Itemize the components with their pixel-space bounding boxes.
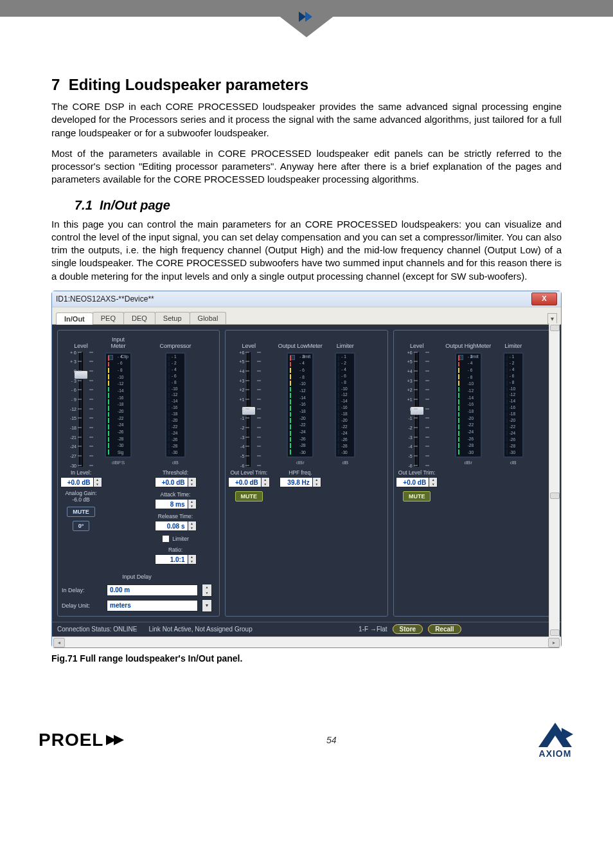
tab-peq[interactable]: PEQ	[93, 312, 124, 324]
output-low-meter: limit - 2- 4- 6- 8-10-12-14-16-18-20-22-…	[286, 352, 314, 466]
threshold-label: Threshold:	[163, 469, 188, 476]
tab-global[interactable]: Global	[190, 312, 227, 324]
column-label: Output LowMeter	[278, 334, 323, 350]
column-label: Level	[410, 334, 424, 350]
hpf-spinner[interactable]: 39.8 Hz▲▼	[280, 477, 321, 487]
delay-unit-select[interactable]: meters	[107, 600, 198, 611]
store-button[interactable]: Store	[393, 624, 423, 634]
tab-deq[interactable]: DEQ	[123, 312, 155, 324]
attack-label: Attack Time:	[161, 491, 191, 498]
connection-status: Connection Status: ONLINE	[57, 626, 138, 633]
tab-overflow-icon[interactable]: ▾	[547, 313, 557, 324]
header-bar	[0, 0, 613, 17]
output-low-trim-spinner[interactable]: +0.0 dB▲▼	[228, 477, 270, 487]
link-status: Link Not Active, Not Assigned Group	[149, 626, 253, 633]
axiom-logo: AXIOM	[536, 721, 574, 759]
column-label: Level	[242, 334, 256, 350]
svg-marker-0	[299, 12, 306, 22]
svg-marker-1	[305, 12, 312, 22]
hpf-label: HPF freq.	[289, 469, 312, 476]
threshold-spinner[interactable]: +0.0 dB▲▼	[155, 477, 197, 487]
input-mute-button[interactable]: MUTE	[67, 507, 95, 517]
proel-logo: PROEL	[39, 730, 127, 750]
out-trim-label: Out Level Trim:	[231, 469, 268, 476]
output-high-mute-button[interactable]: MUTE	[403, 491, 431, 502]
output-low-limiter-meter: - 1- 2- 4- 6- 8-10-12-14-16-18-20-22-24-…	[334, 352, 356, 466]
recall-button[interactable]: Recall	[428, 624, 461, 634]
release-spinner[interactable]: 0.08 s▲▼	[155, 521, 197, 531]
page-number: 54	[326, 735, 337, 745]
input-channel-group: Level + 6+ 30- 3- 6- 9-12-15-18-21-24-27…	[57, 330, 220, 617]
tab-in-out[interactable]: In/Out	[56, 312, 93, 325]
paragraph: In this page you can control the main pa…	[51, 218, 562, 283]
vertical-scrollbar[interactable]	[549, 323, 560, 637]
output-high-limiter-meter: - 1- 2- 4- 6- 8-10-12-14-16-18-20-22-24-…	[502, 352, 524, 466]
svg-marker-3	[114, 735, 124, 745]
compressor-gr-meter: - 1- 2- 4- 6- 8-10-12-14-16-18-20-22-24-…	[164, 352, 186, 466]
panel-body: Level + 6+ 30- 3- 6- 9-12-15-18-21-24-27…	[52, 325, 561, 622]
device-dialog: ID1:NEOS12AXS-**Device** X In/Out PEQ DE…	[51, 291, 562, 648]
in-delay-label: In Delay:	[62, 587, 103, 593]
dialog-title-bar[interactable]: ID1:NEOS12AXS-**Device** X	[52, 291, 561, 307]
chevron-down-icon[interactable]: ▼	[202, 599, 212, 612]
output-high-trim-spinner[interactable]: +0.0 dB▲▼	[396, 477, 438, 487]
subsection-heading: 7.1 In/Out page	[75, 198, 562, 213]
preset-name: 1-F →Flat	[359, 626, 387, 633]
attack-spinner[interactable]: 8 ms▲▼	[155, 499, 197, 509]
column-label: Output HighMeter	[445, 334, 491, 350]
in-delay-stepper[interactable]: ▲▼	[202, 584, 212, 597]
paragraph: Most of the parameters available in CORE…	[51, 147, 562, 186]
input-phase-button[interactable]: 0°	[73, 521, 90, 531]
dialog-title: ID1:NEOS12AXS-**Device**	[56, 294, 154, 303]
in-level-spinner[interactable]: +0.0 dB ▲▼	[60, 477, 102, 487]
column-label: Compressor	[159, 334, 191, 350]
horizontal-scrollbar[interactable]: ◂▸	[52, 637, 561, 647]
output-low-group: Level +6+5+4+3+2+10-1-2-3-4-5-6 Out Leve…	[225, 330, 387, 617]
ratio-spinner[interactable]: 1.0:1▲▼	[155, 554, 197, 565]
output-high-trim-slider[interactable]: +6+5+4+3+2+10-1-2-3-4-5-6	[400, 352, 434, 466]
figure-caption: Fig.71 Full range loudspeaker's In/Out p…	[51, 653, 562, 664]
limiter-checkbox[interactable]: Limiter	[162, 535, 189, 543]
analog-gain-readout: Analog Gain: -6.0 dB	[65, 490, 96, 503]
output-low-trim-slider[interactable]: +6+5+4+3+2+10-1-2-3-4-5-6	[231, 352, 266, 466]
section-heading: 7 Editing Loudspeaker parameters	[51, 76, 562, 94]
ratio-label: Ratio:	[168, 547, 182, 553]
output-low-mute-button[interactable]: MUTE	[235, 491, 263, 502]
in-delay-value[interactable]: 0.00 m	[107, 584, 198, 596]
output-high-group: Level +6+5+4+3+2+10-1-2-3-4-5-6 Out Leve…	[393, 330, 556, 617]
input-meter: Clip - 4- 6- 8-10-12-14-16-18-20-22-24-2…	[104, 352, 132, 466]
output-high-meter: limit - 2- 4- 6- 8-10-12-14-16-18-20-22-…	[454, 352, 483, 466]
close-button[interactable]: X	[531, 293, 557, 305]
tab-setup[interactable]: Setup	[155, 312, 190, 324]
release-label: Release Time:	[158, 513, 193, 520]
dialog-status-bar: Connection Status: ONLINE Link Not Activ…	[52, 622, 561, 637]
out-trim-label: Out Level Trim:	[398, 469, 436, 476]
svg-marker-5	[562, 728, 573, 741]
column-label: Limiter	[504, 334, 522, 350]
input-delay-group: Input Delay In Delay: 0.00 m ▲▼ Delay Un…	[62, 574, 212, 612]
column-label: Limiter	[337, 334, 354, 350]
column-label: Input Meter	[111, 334, 125, 350]
in-level-label: In Level:	[71, 469, 91, 476]
input-level-slider[interactable]: + 6+ 30- 3- 6- 9-12-15-18-21-24-27-30	[64, 352, 98, 466]
delay-unit-label: Delay Unit:	[62, 602, 103, 609]
page-footer: PROEL 54 AXIOM	[0, 709, 613, 778]
paragraph: The CORE DSP in each CORE PROCESSED loud…	[51, 100, 562, 140]
tab-bar: In/Out PEQ DEQ Setup Global ▾	[52, 307, 561, 325]
column-label: Level	[74, 334, 88, 350]
